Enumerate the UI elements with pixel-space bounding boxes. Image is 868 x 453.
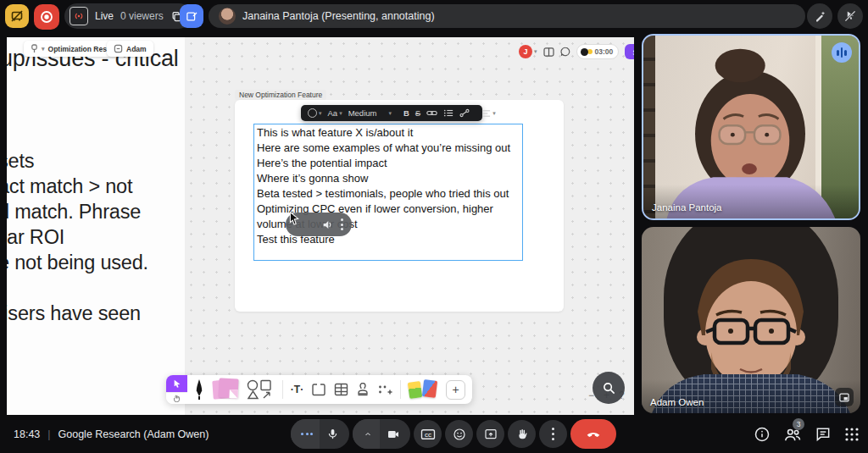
marker-tool[interactable] — [193, 378, 205, 401]
chat-button[interactable] — [815, 426, 832, 443]
people-button[interactable]: 3 — [783, 426, 802, 443]
picture-in-picture-button[interactable] — [835, 388, 854, 406]
pointer-off-icon — [843, 9, 857, 23]
figjam-logo-icon — [31, 44, 38, 53]
figjam-toolbar: ·T· + — [166, 375, 472, 404]
mic-icon — [320, 419, 349, 449]
mic-options[interactable] — [291, 419, 320, 449]
chevron-down-icon: ▾ — [534, 48, 537, 55]
meet-control-bar: 18:43 | Google Research (Adam Owen) CC — [0, 415, 868, 453]
presenter-avatar — [219, 8, 236, 25]
companion-mode-button[interactable] — [5, 4, 29, 28]
cursor-tool-icon — [166, 375, 187, 392]
notes-line: sets — [7, 150, 34, 173]
notes-panel: up/issues - critical - sets act match > … — [7, 37, 185, 415]
raise-hand-button[interactable] — [508, 420, 536, 448]
live-label: Live — [95, 10, 114, 22]
tab-name: Adam — [126, 45, 147, 53]
strikethrough-button[interactable]: S — [415, 108, 420, 118]
user-avatar: J — [519, 45, 532, 58]
minimap-icon[interactable] — [543, 47, 554, 57]
captions-label: CC — [424, 432, 431, 437]
video-tile-janaina[interactable]: Janaina Pantoja — [642, 34, 860, 220]
board-icon — [114, 44, 123, 53]
record-icon — [40, 10, 53, 24]
shared-screen: up/issues - critical - sets act match > … — [7, 37, 634, 415]
board-text-line: This is what feature X is/about it — [257, 125, 521, 141]
comment-icon[interactable] — [560, 47, 570, 57]
stamp-tool[interactable] — [356, 383, 370, 396]
link-button[interactable] — [426, 108, 437, 118]
participant-name: Janaina Pantoja — [652, 202, 721, 213]
text-tool[interactable]: ·T· — [291, 384, 303, 395]
sticky-note-tool[interactable] — [213, 378, 237, 401]
activities-button[interactable] — [844, 427, 860, 442]
speaker-icon[interactable] — [322, 219, 333, 230]
annotation-mode-button[interactable] — [180, 4, 203, 28]
templates-button[interactable] — [409, 378, 438, 401]
timer-widget[interactable]: 03:00 — [576, 44, 620, 59]
notes-line: tisers have seen — [7, 302, 141, 325]
video-tile-adam[interactable]: Adam Owen — [642, 227, 860, 413]
live-status-pill[interactable]: Live 0 viewers — [64, 3, 192, 29]
align-button[interactable]: ▾ — [481, 109, 496, 118]
present-button[interactable] — [476, 420, 504, 448]
camera-options[interactable] — [353, 419, 380, 449]
end-call-button[interactable] — [570, 419, 616, 449]
presenter-cursor — [287, 211, 302, 225]
add-template-button[interactable]: + — [446, 380, 465, 400]
clock-icon — [581, 48, 588, 56]
magic-pen-icon — [813, 9, 826, 23]
clock: 18:43 — [14, 428, 40, 440]
recording-button[interactable] — [34, 4, 59, 30]
shapes-tool[interactable] — [246, 378, 275, 401]
timer-value: 03:00 — [595, 47, 614, 56]
more-vertical-icon — [552, 428, 554, 440]
notes-line: d match. Phrase — [7, 201, 141, 224]
speaking-indicator-icon — [832, 42, 852, 63]
participant-name: Adam Owen — [650, 397, 704, 407]
text-color-button[interactable]: ▾ — [308, 108, 322, 118]
meet-window: Live 0 viewers Janaina Pantoja (Presenti… — [0, 0, 868, 453]
meeting-name: Google Research (Adam Owen) — [58, 428, 209, 440]
table-tool[interactable] — [334, 383, 348, 396]
meeting-panels: 3 — [754, 415, 860, 453]
share-button[interactable]: Share — [625, 44, 634, 59]
bold-button[interactable]: B — [403, 108, 409, 118]
audio-level-icon — [301, 433, 313, 435]
connector-button[interactable] — [459, 108, 470, 118]
presenter-label: Janaina Pantoja (Presenting, annotating) — [242, 10, 435, 22]
mic-button[interactable] — [291, 419, 349, 449]
broadcast-icon — [70, 7, 88, 25]
captions-button[interactable]: CC — [414, 420, 442, 448]
board-text-line: Beta tested > testimonials, people who t… — [257, 186, 521, 202]
camera-button[interactable] — [353, 419, 410, 449]
notes-line: ilar ROI — [7, 226, 64, 249]
color-swatch-icon — [308, 108, 317, 118]
more-options-icon[interactable] — [341, 218, 343, 230]
reactions-button[interactable] — [445, 420, 473, 448]
bullet-list-button[interactable] — [443, 108, 453, 118]
board-text-line: Where it’s gonna show — [257, 171, 521, 186]
viewers-count: 0 viewers — [120, 10, 164, 22]
hand-tool-icon[interactable] — [166, 392, 187, 404]
pointer-off-button[interactable] — [837, 3, 863, 29]
magic-pen-button[interactable] — [807, 3, 832, 29]
board-tab[interactable]: Adam — [107, 41, 153, 57]
participants-badge: 3 — [793, 418, 804, 430]
board-text-line: Here are some examples of what you’re mi… — [257, 141, 521, 156]
presenter-pill[interactable]: Janaina Pantoja (Presenting, annotating) — [209, 4, 805, 28]
info-button[interactable] — [754, 426, 771, 443]
board-text-line: Here’s the potential impact — [257, 156, 521, 171]
font-button[interactable]: Aa▾ — [328, 108, 342, 118]
select-tool[interactable] — [166, 375, 187, 404]
current-user-menu[interactable]: J ▾ — [519, 45, 537, 58]
more-options-button[interactable] — [539, 420, 567, 448]
section-label[interactable]: New Optimization Feature — [235, 90, 326, 100]
text-format-toolbar: ▾ Aa▾ Medium▾ B S ▾ — [301, 105, 482, 121]
meeting-info: 18:43 | Google Research (Adam Owen) — [14, 415, 209, 453]
more-tools-button[interactable] — [377, 383, 392, 396]
section-tool[interactable] — [311, 383, 326, 396]
chevron-down-icon: ▾ — [42, 46, 45, 52]
font-size-dropdown[interactable]: Medium▾ — [348, 108, 392, 118]
